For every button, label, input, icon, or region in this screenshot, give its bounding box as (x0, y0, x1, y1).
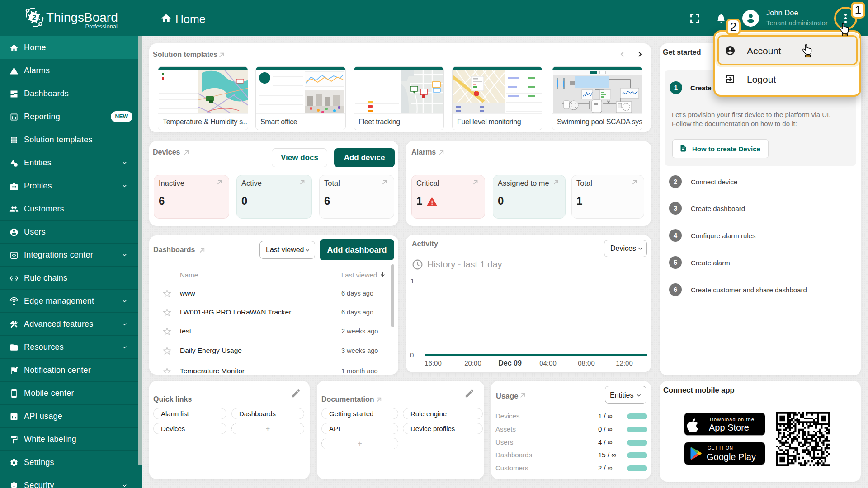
svg-text:Download on the: Download on the (710, 417, 755, 422)
svg-text:App Store: App Store (709, 422, 749, 432)
svg-text:GET IT ON: GET IT ON (708, 446, 733, 450)
svg-text:Google Play: Google Play (707, 452, 756, 462)
